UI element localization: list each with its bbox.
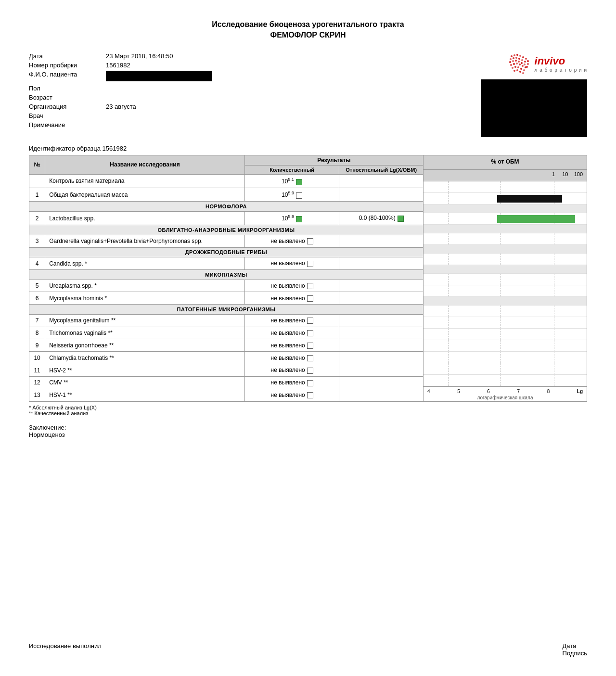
svg-point-30 [520, 68, 522, 70]
chart-dashed-line [448, 352, 449, 363]
section-row: НОРМОФЛОРА [29, 202, 424, 212]
svg-point-17 [518, 61, 520, 63]
chart-dashed-line [500, 329, 500, 340]
section-row: ОБЛИГАТНО-АНАЭРОБНЫЕ МИКРООРГАНИЗМЫ [29, 225, 424, 235]
chart-dashed-line [448, 274, 449, 285]
row-qty: не выявлено [244, 257, 339, 270]
chart-scale-header: 1 10 100 [424, 170, 587, 181]
svg-point-16 [515, 60, 517, 62]
row-name: CMV ** [45, 376, 245, 389]
date-value: 23 Март 2018, 16:48:50 [106, 52, 212, 60]
conclusion: Заключение: Нормоценоз [29, 424, 587, 438]
chart-dashed-line [448, 306, 449, 317]
svg-point-23 [516, 63, 518, 64]
chart-dashed-line [448, 329, 449, 340]
chart-data-row [424, 375, 587, 386]
svg-point-26 [525, 66, 526, 68]
svg-point-3 [519, 55, 521, 57]
svg-point-5 [525, 58, 527, 60]
row-num: 8 [29, 327, 45, 339]
row-qty: не выявлено [244, 327, 339, 339]
invivo-text: invivo л а б о р а т о р и и [535, 55, 587, 73]
table-row: 8Trichomonas vaginalis **не выявлено [29, 327, 424, 339]
row-name: Gardnerella vaginalis+Prevotella bivia+P… [45, 235, 245, 247]
chart-data-row [424, 254, 587, 265]
col-name-header: Название исследования [45, 155, 245, 174]
svg-point-4 [522, 56, 524, 58]
logo-area: invivo л а б о р а т о р и и [481, 52, 587, 137]
svg-point-28 [514, 66, 516, 68]
svg-point-35 [522, 72, 524, 74]
row-qty: не выявлено [244, 376, 339, 389]
row-num [29, 174, 45, 188]
tube-value: 1561982 [106, 62, 212, 69]
row-num: 13 [29, 389, 45, 401]
svg-point-13 [527, 63, 529, 65]
main-content: № Название исследования Результаты Колич… [29, 155, 587, 402]
checkbox-icon [307, 343, 313, 349]
invivo-dots-icon [508, 52, 531, 76]
svg-point-21 [510, 64, 512, 66]
row-name: Mycoplasma hominis * [45, 292, 245, 305]
redacted-image [481, 79, 587, 137]
chart-dashed-line [554, 329, 554, 340]
chart-bar [497, 195, 563, 203]
tube-label: Номер пробирки [29, 62, 106, 69]
checkbox-icon [307, 238, 313, 244]
chart-dashed-line [448, 193, 449, 204]
chart-section-row [424, 245, 587, 254]
row-num: 11 [29, 364, 45, 377]
chart-dashed-line [554, 233, 554, 244]
row-name: Общая бактериальная масса [45, 188, 245, 202]
row-rel [339, 327, 424, 339]
chart-dashed-line [448, 233, 449, 244]
row-rel [339, 174, 424, 188]
col-qty-header: Количественный [244, 165, 339, 174]
chart-section-row [424, 225, 587, 233]
svg-point-27 [512, 67, 513, 69]
footnote-1: * Абсолютный анализ Lg(X) [29, 405, 587, 410]
chart-dashed-line [448, 181, 449, 192]
row-rel [339, 352, 424, 364]
section-row: ПАТОГЕННЫЕ МИКРООРГАНИЗМЫ [29, 305, 424, 315]
svg-point-33 [516, 69, 518, 71]
svg-point-15 [512, 60, 514, 62]
chart-dashed-line [448, 285, 449, 296]
org-value: 23 августа [106, 103, 212, 110]
checkbox-icon [296, 179, 302, 185]
row-name: Neisseria gonorrhoeae ** [45, 339, 245, 352]
row-qty: не выявлено [244, 292, 339, 305]
svg-point-19 [524, 64, 526, 65]
chart-dashed-line [500, 317, 500, 328]
checkbox-icon [307, 355, 313, 361]
chart-dashed-line [500, 274, 500, 285]
chart-data-row [424, 233, 587, 245]
chart-dashed-line [554, 375, 554, 386]
row-name: Контроль взятия материала [45, 174, 245, 188]
row-rel [339, 389, 424, 401]
chart-dashed-line [554, 181, 554, 192]
row-qty: не выявлено [244, 280, 339, 292]
svg-point-29 [517, 66, 519, 68]
svg-point-32 [513, 70, 515, 72]
chart-data-row [424, 317, 587, 329]
patient-label: Ф.И.О. пациента [29, 71, 106, 83]
table-row: 9Neisseria gonorrhoeae **не выявлено [29, 339, 424, 352]
svg-point-14 [509, 61, 511, 63]
section-row: МИКОПЛАЗМЫ [29, 269, 424, 280]
chart-dashed-line [500, 233, 500, 244]
chart-header: % от ОБМ [424, 155, 587, 170]
log-scale-label: логарифмическая шкала [427, 395, 583, 400]
chart-data-row [424, 306, 587, 317]
info-block: Дата 23 Март 2018, 16:48:50 Номер пробир… [29, 52, 212, 137]
invivo-brand: invivo [535, 55, 587, 67]
checkbox-icon [307, 283, 313, 289]
chart-section-row [424, 297, 587, 306]
age-label: Возраст [29, 94, 106, 101]
chart-dashed-line [448, 363, 449, 374]
row-qty: не выявлено [244, 339, 339, 352]
row-qty: не выявлено [244, 389, 339, 401]
chart-dashed-line [448, 317, 449, 328]
conclusion-value: Нормоценоз [29, 431, 587, 438]
chart-data-row [424, 352, 587, 363]
